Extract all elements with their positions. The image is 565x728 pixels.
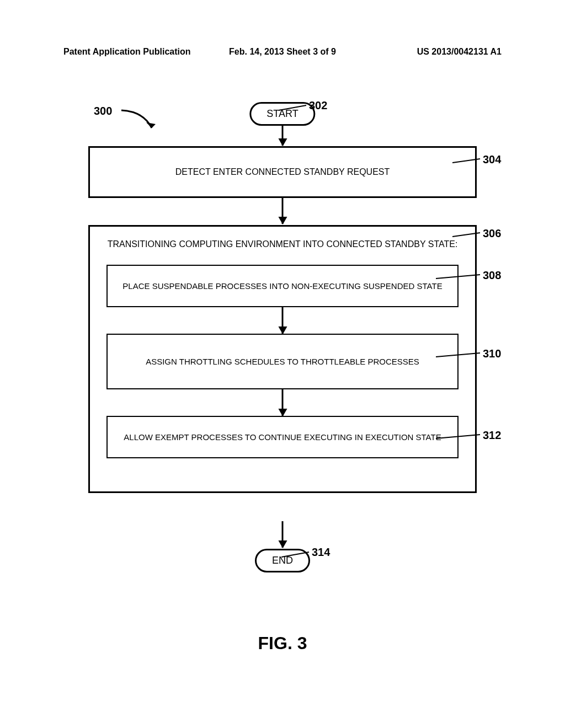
- arrow-4-wrapper: [106, 389, 459, 416]
- svg-line-2: [452, 159, 480, 163]
- leader-302: [279, 104, 309, 115]
- ref-304: 304: [483, 153, 501, 166]
- arrow-3-wrapper: [106, 307, 459, 334]
- step-304-text: DETECT ENTER CONNECTED STANDBY REQUEST: [175, 167, 390, 176]
- arrow-5: [282, 521, 284, 548]
- step-308-box: PLACE SUSPENDABLE PROCESSES INTO NON-EXE…: [106, 265, 459, 307]
- svg-line-4: [436, 275, 480, 279]
- arrow-5-wrapper: [282, 521, 284, 548]
- header-left: Patent Application Publication: [63, 47, 191, 57]
- ref-314: 314: [312, 546, 330, 559]
- arrow-2-head: [278, 217, 287, 224]
- leader-306: [452, 230, 483, 241]
- arrow-3: [282, 307, 284, 334]
- arrow-1-wrapper: [282, 126, 284, 146]
- page-header: Patent Application Publication Feb. 14, …: [0, 47, 565, 57]
- svg-line-6: [436, 435, 480, 438]
- leader-304: [452, 156, 483, 167]
- step-310-text: ASSIGN THROTTLING SCHEDULES TO THROTTLEA…: [146, 357, 419, 366]
- svg-line-3: [452, 233, 480, 237]
- arrow-4-head: [278, 409, 287, 416]
- step-304-box: DETECT ENTER CONNECTED STANDBY REQUEST: [88, 146, 477, 198]
- arrow-2-wrapper: [282, 197, 284, 224]
- svg-line-1: [279, 105, 306, 110]
- arrow-3-head: [278, 326, 287, 334]
- leader-314: [281, 550, 312, 561]
- ref-300: 300: [94, 105, 112, 117]
- leader-312: [436, 432, 483, 443]
- step-310-box: ASSIGN THROTTLING SCHEDULES TO THROTTLEA…: [106, 334, 459, 389]
- svg-line-7: [281, 552, 309, 557]
- arrow-1: [282, 126, 284, 146]
- step-312-box: ALLOW EXEMPT PROCESSES TO CONTINUE EXECU…: [106, 416, 459, 458]
- step-308-text: PLACE SUSPENDABLE PROCESSES INTO NON-EXE…: [122, 281, 442, 291]
- ref-312: 312: [483, 429, 501, 442]
- arrow-5-head: [278, 540, 287, 548]
- leader-310: [436, 350, 483, 361]
- ref-310: 310: [483, 347, 501, 360]
- step-306-container: TRANSITIONING COMPUTING ENVIRONMENT INTO…: [88, 225, 477, 493]
- step-306-title: TRANSITIONING COMPUTING ENVIRONMENT INTO…: [106, 238, 459, 251]
- figure-label: FIG. 3: [258, 633, 307, 654]
- header-center: Feb. 14, 2013 Sheet 3 of 9: [229, 47, 336, 57]
- arrow-4: [282, 389, 284, 416]
- arrow-1-head: [278, 138, 287, 146]
- arrow-2: [282, 197, 284, 224]
- ref-308: 308: [483, 269, 501, 282]
- curved-arrow-300: [119, 106, 163, 136]
- ref-306: 306: [483, 227, 501, 240]
- svg-line-5: [436, 353, 480, 357]
- leader-308: [436, 272, 483, 283]
- svg-marker-0: [146, 122, 156, 128]
- header-right: US 2013/0042131 A1: [417, 47, 502, 57]
- step-312-text: ALLOW EXEMPT PROCESSES TO CONTINUE EXECU…: [124, 432, 441, 442]
- ref-302: 302: [309, 99, 327, 112]
